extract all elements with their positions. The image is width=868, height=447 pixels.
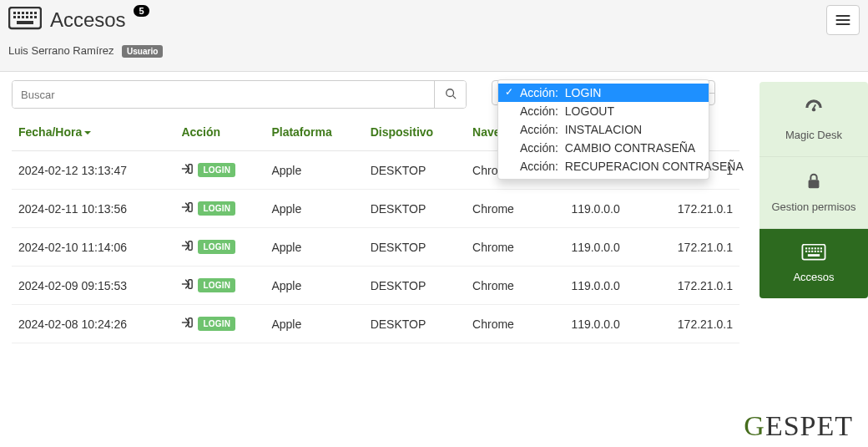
- user-line: Luis Serrano Ramírez Usuario: [8, 44, 860, 58]
- login-arrow-icon: [181, 317, 193, 331]
- dropdown-value: CAMBIO CONTRASEÑA: [565, 141, 695, 155]
- table-row: 2024-02-10 11:14:06LOGINAppleDESKTOPChro…: [12, 228, 739, 267]
- sidebar-item-magic-desk[interactable]: Magic Desk: [760, 82, 868, 157]
- cell-dispositivo: DESKTOP: [364, 267, 466, 305]
- sidebar-item-label: Magic Desk: [785, 129, 842, 141]
- table-row: 2024-02-11 10:13:56LOGINAppleDESKTOPChro…: [12, 190, 739, 228]
- sidebar-item-accesos[interactable]: Accesos: [760, 229, 868, 298]
- svg-rect-5: [30, 12, 33, 14]
- svg-rect-31: [805, 251, 807, 252]
- svg-rect-30: [820, 247, 822, 249]
- sidebar-item-label: Accesos: [793, 271, 834, 283]
- dropdown-option[interactable]: Acción: LOGIN: [498, 84, 709, 102]
- role-badge: Usuario: [122, 45, 163, 58]
- cell-fecha: 2024-02-08 10:24:26: [12, 305, 174, 343]
- action-filter-dropdown[interactable]: Acción: LOGINAcción: LOGOUTAcción: INSTA…: [497, 79, 709, 180]
- svg-rect-27: [811, 247, 813, 249]
- col-fecha[interactable]: Fecha/Hora: [12, 120, 174, 151]
- dropdown-value: LOGIN: [565, 86, 602, 99]
- cell-fecha: 2024-02-11 10:13:56: [12, 190, 174, 228]
- svg-rect-9: [22, 16, 24, 18]
- table-row: 2024-02-08 10:24:26LOGINAppleDESKTOPChro…: [12, 305, 739, 343]
- keyboard-icon: [765, 244, 863, 263]
- cell-navegador: Chrome: [466, 190, 564, 228]
- cell-fecha: 2024-02-09 09:15:53: [12, 267, 174, 305]
- search-input[interactable]: [13, 81, 434, 108]
- dropdown-option[interactable]: Acción: LOGOUT: [498, 102, 709, 120]
- svg-rect-16: [189, 165, 192, 174]
- col-dispositivo[interactable]: Dispositivo: [364, 120, 466, 151]
- keyboard-icon: [8, 7, 42, 33]
- cell-accion: LOGIN: [174, 228, 265, 267]
- dropdown-option[interactable]: Acción: RECUPERACION CONTRASEÑA: [498, 157, 709, 175]
- svg-rect-13: [17, 21, 33, 24]
- cell-plataforma: Apple: [265, 228, 363, 267]
- svg-rect-26: [809, 247, 810, 249]
- svg-rect-12: [34, 16, 37, 18]
- cell-fecha: 2024-02-12 13:13:47: [12, 151, 174, 190]
- sidebar-item-label: Gestion permisos: [771, 201, 855, 213]
- dropdown-option[interactable]: Acción: CAMBIO CONTRASEÑA: [498, 139, 709, 157]
- svg-rect-3: [22, 12, 24, 14]
- login-badge: LOGIN: [198, 201, 235, 216]
- dropdown-prefix: Acción:: [520, 104, 558, 118]
- cell-ip: 172.21.0.1: [648, 190, 739, 228]
- dropdown-value: LOGOUT: [565, 104, 614, 118]
- col-plataforma[interactable]: Plataforma: [265, 120, 363, 151]
- login-arrow-icon: [181, 240, 193, 254]
- col-accion[interactable]: Acción: [174, 120, 265, 151]
- lock-icon: [765, 172, 863, 193]
- svg-rect-29: [817, 247, 819, 249]
- cell-dispositivo: DESKTOP: [364, 151, 466, 190]
- svg-rect-10: [26, 16, 28, 18]
- col-fecha-label: Fecha/Hora: [18, 125, 82, 139]
- svg-point-14: [446, 89, 453, 96]
- cell-ip: 172.21.0.1: [648, 267, 739, 305]
- svg-rect-33: [811, 251, 813, 252]
- svg-rect-34: [815, 251, 816, 252]
- cell-version: 119.0.0.0: [564, 228, 648, 267]
- page-title: Accesos: [50, 8, 126, 32]
- sort-desc-icon: [83, 125, 92, 139]
- svg-rect-4: [26, 12, 28, 14]
- brand-logo: GESPET: [744, 410, 853, 442]
- count-badge: 5: [134, 5, 149, 17]
- svg-rect-25: [805, 247, 807, 249]
- cell-dispositivo: DESKTOP: [364, 190, 466, 228]
- search-icon: [445, 88, 457, 102]
- brand-rest: ESPET: [765, 410, 853, 441]
- login-arrow-icon: [181, 201, 193, 216]
- svg-rect-32: [809, 251, 810, 252]
- cell-dispositivo: DESKTOP: [364, 228, 466, 267]
- cell-accion: LOGIN: [174, 267, 265, 305]
- brand-first-letter: G: [744, 410, 765, 441]
- cell-accion: LOGIN: [174, 305, 265, 343]
- search-button[interactable]: [434, 81, 466, 108]
- cell-plataforma: Apple: [265, 151, 363, 190]
- cell-ip: 172.21.0.1: [648, 228, 739, 267]
- svg-rect-23: [809, 180, 820, 188]
- cell-navegador: Chrome: [466, 305, 564, 343]
- svg-rect-6: [34, 12, 37, 14]
- menu-button[interactable]: [826, 5, 860, 35]
- svg-rect-28: [815, 247, 816, 249]
- dropdown-value: INSTALACION: [565, 123, 642, 136]
- cell-ip: 172.21.0.1: [648, 305, 739, 343]
- cell-accion: LOGIN: [174, 151, 265, 190]
- cell-navegador: Chrome: [466, 267, 564, 305]
- login-badge: LOGIN: [198, 317, 235, 331]
- dropdown-prefix: Acción:: [520, 141, 558, 155]
- dropdown-option[interactable]: Acción: INSTALACION: [498, 120, 709, 139]
- svg-rect-36: [820, 251, 822, 252]
- cell-plataforma: Apple: [265, 267, 363, 305]
- cell-accion: LOGIN: [174, 190, 265, 228]
- cell-plataforma: Apple: [265, 190, 363, 228]
- cell-plataforma: Apple: [265, 305, 363, 343]
- svg-rect-17: [189, 203, 192, 212]
- sidebar-item-gestion-permisos[interactable]: Gestion permisos: [760, 157, 868, 229]
- svg-rect-19: [189, 280, 192, 289]
- cell-fecha: 2024-02-10 11:14:06: [12, 228, 174, 267]
- dropdown-prefix: Acción:: [520, 160, 558, 173]
- svg-rect-7: [13, 16, 16, 18]
- dropdown-prefix: Acción:: [520, 123, 558, 136]
